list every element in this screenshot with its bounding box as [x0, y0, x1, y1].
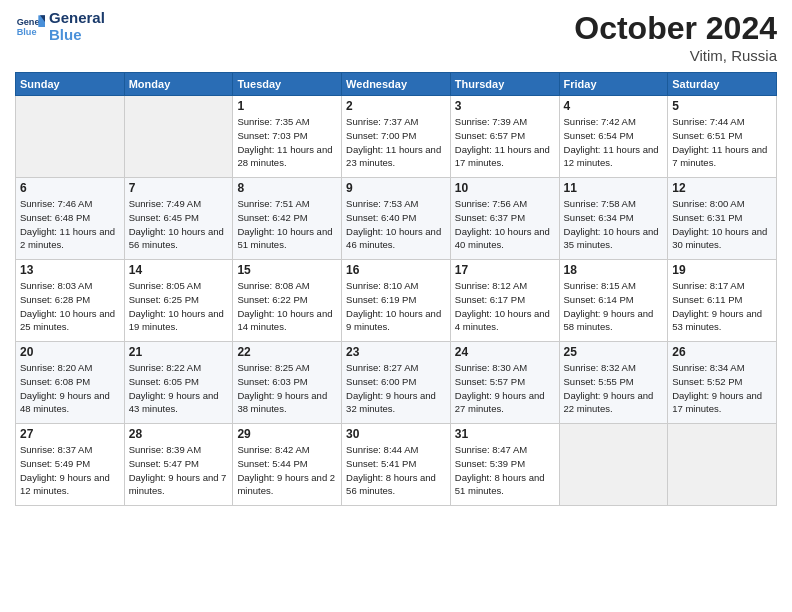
day-number: 10 [455, 181, 555, 195]
day-number: 28 [129, 427, 229, 441]
weekday-header-thursday: Thursday [450, 73, 559, 96]
calendar-day: 5Sunrise: 7:44 AMSunset: 6:51 PMDaylight… [668, 96, 777, 178]
title-block: October 2024 Vitim, Russia [574, 10, 777, 64]
day-info: Sunrise: 7:35 AMSunset: 7:03 PMDaylight:… [237, 115, 337, 170]
day-info: Sunrise: 8:34 AMSunset: 5:52 PMDaylight:… [672, 361, 772, 416]
day-number: 3 [455, 99, 555, 113]
day-info: Sunrise: 7:58 AMSunset: 6:34 PMDaylight:… [564, 197, 664, 252]
day-number: 7 [129, 181, 229, 195]
day-number: 26 [672, 345, 772, 359]
day-info: Sunrise: 8:10 AMSunset: 6:19 PMDaylight:… [346, 279, 446, 334]
day-info: Sunrise: 8:22 AMSunset: 6:05 PMDaylight:… [129, 361, 229, 416]
calendar-day: 14Sunrise: 8:05 AMSunset: 6:25 PMDayligh… [124, 260, 233, 342]
day-info: Sunrise: 7:37 AMSunset: 7:00 PMDaylight:… [346, 115, 446, 170]
calendar-day: 23Sunrise: 8:27 AMSunset: 6:00 PMDayligh… [342, 342, 451, 424]
day-number: 19 [672, 263, 772, 277]
day-info: Sunrise: 8:47 AMSunset: 5:39 PMDaylight:… [455, 443, 555, 498]
day-number: 4 [564, 99, 664, 113]
calendar-week-2: 6Sunrise: 7:46 AMSunset: 6:48 PMDaylight… [16, 178, 777, 260]
calendar-day: 20Sunrise: 8:20 AMSunset: 6:08 PMDayligh… [16, 342, 125, 424]
location-subtitle: Vitim, Russia [574, 47, 777, 64]
calendar-day [124, 96, 233, 178]
day-info: Sunrise: 8:42 AMSunset: 5:44 PMDaylight:… [237, 443, 337, 498]
day-info: Sunrise: 8:30 AMSunset: 5:57 PMDaylight:… [455, 361, 555, 416]
weekday-header-wednesday: Wednesday [342, 73, 451, 96]
calendar-day: 18Sunrise: 8:15 AMSunset: 6:14 PMDayligh… [559, 260, 668, 342]
day-number: 8 [237, 181, 337, 195]
month-title: October 2024 [574, 10, 777, 47]
day-number: 11 [564, 181, 664, 195]
day-info: Sunrise: 7:46 AMSunset: 6:48 PMDaylight:… [20, 197, 120, 252]
day-number: 9 [346, 181, 446, 195]
calendar-day [668, 424, 777, 506]
weekday-header-friday: Friday [559, 73, 668, 96]
calendar-day: 10Sunrise: 7:56 AMSunset: 6:37 PMDayligh… [450, 178, 559, 260]
logo-icon: General Blue [15, 12, 45, 42]
day-number: 23 [346, 345, 446, 359]
day-number: 2 [346, 99, 446, 113]
day-info: Sunrise: 8:12 AMSunset: 6:17 PMDaylight:… [455, 279, 555, 334]
day-info: Sunrise: 8:39 AMSunset: 5:47 PMDaylight:… [129, 443, 229, 498]
calendar-day: 27Sunrise: 8:37 AMSunset: 5:49 PMDayligh… [16, 424, 125, 506]
day-number: 14 [129, 263, 229, 277]
day-info: Sunrise: 8:32 AMSunset: 5:55 PMDaylight:… [564, 361, 664, 416]
calendar-day: 16Sunrise: 8:10 AMSunset: 6:19 PMDayligh… [342, 260, 451, 342]
calendar-day: 21Sunrise: 8:22 AMSunset: 6:05 PMDayligh… [124, 342, 233, 424]
calendar-day: 6Sunrise: 7:46 AMSunset: 6:48 PMDaylight… [16, 178, 125, 260]
day-info: Sunrise: 8:15 AMSunset: 6:14 PMDaylight:… [564, 279, 664, 334]
day-info: Sunrise: 8:20 AMSunset: 6:08 PMDaylight:… [20, 361, 120, 416]
day-info: Sunrise: 8:37 AMSunset: 5:49 PMDaylight:… [20, 443, 120, 498]
day-number: 27 [20, 427, 120, 441]
weekday-header-row: SundayMondayTuesdayWednesdayThursdayFrid… [16, 73, 777, 96]
day-info: Sunrise: 8:44 AMSunset: 5:41 PMDaylight:… [346, 443, 446, 498]
calendar-week-5: 27Sunrise: 8:37 AMSunset: 5:49 PMDayligh… [16, 424, 777, 506]
day-number: 17 [455, 263, 555, 277]
day-info: Sunrise: 8:17 AMSunset: 6:11 PMDaylight:… [672, 279, 772, 334]
day-info: Sunrise: 7:49 AMSunset: 6:45 PMDaylight:… [129, 197, 229, 252]
day-info: Sunrise: 7:42 AMSunset: 6:54 PMDaylight:… [564, 115, 664, 170]
day-info: Sunrise: 8:00 AMSunset: 6:31 PMDaylight:… [672, 197, 772, 252]
weekday-header-sunday: Sunday [16, 73, 125, 96]
day-number: 16 [346, 263, 446, 277]
day-number: 6 [20, 181, 120, 195]
calendar-day: 22Sunrise: 8:25 AMSunset: 6:03 PMDayligh… [233, 342, 342, 424]
calendar-day [559, 424, 668, 506]
calendar-day: 30Sunrise: 8:44 AMSunset: 5:41 PMDayligh… [342, 424, 451, 506]
calendar-day: 7Sunrise: 7:49 AMSunset: 6:45 PMDaylight… [124, 178, 233, 260]
day-info: Sunrise: 7:44 AMSunset: 6:51 PMDaylight:… [672, 115, 772, 170]
weekday-header-monday: Monday [124, 73, 233, 96]
logo: General Blue General Blue [15, 10, 105, 43]
day-number: 18 [564, 263, 664, 277]
page-header: General Blue General Blue October 2024 V… [15, 10, 777, 64]
calendar-day: 17Sunrise: 8:12 AMSunset: 6:17 PMDayligh… [450, 260, 559, 342]
day-number: 29 [237, 427, 337, 441]
day-number: 12 [672, 181, 772, 195]
day-info: Sunrise: 7:39 AMSunset: 6:57 PMDaylight:… [455, 115, 555, 170]
calendar-week-4: 20Sunrise: 8:20 AMSunset: 6:08 PMDayligh… [16, 342, 777, 424]
day-number: 24 [455, 345, 555, 359]
calendar-day: 19Sunrise: 8:17 AMSunset: 6:11 PMDayligh… [668, 260, 777, 342]
day-number: 30 [346, 427, 446, 441]
calendar-day: 24Sunrise: 8:30 AMSunset: 5:57 PMDayligh… [450, 342, 559, 424]
calendar-day: 3Sunrise: 7:39 AMSunset: 6:57 PMDaylight… [450, 96, 559, 178]
calendar-day: 29Sunrise: 8:42 AMSunset: 5:44 PMDayligh… [233, 424, 342, 506]
day-number: 22 [237, 345, 337, 359]
calendar-day: 4Sunrise: 7:42 AMSunset: 6:54 PMDaylight… [559, 96, 668, 178]
day-info: Sunrise: 8:27 AMSunset: 6:00 PMDaylight:… [346, 361, 446, 416]
day-number: 20 [20, 345, 120, 359]
day-info: Sunrise: 8:05 AMSunset: 6:25 PMDaylight:… [129, 279, 229, 334]
calendar-week-1: 1Sunrise: 7:35 AMSunset: 7:03 PMDaylight… [16, 96, 777, 178]
day-info: Sunrise: 7:51 AMSunset: 6:42 PMDaylight:… [237, 197, 337, 252]
calendar-day: 15Sunrise: 8:08 AMSunset: 6:22 PMDayligh… [233, 260, 342, 342]
day-info: Sunrise: 8:03 AMSunset: 6:28 PMDaylight:… [20, 279, 120, 334]
day-number: 1 [237, 99, 337, 113]
calendar-day: 1Sunrise: 7:35 AMSunset: 7:03 PMDaylight… [233, 96, 342, 178]
day-number: 21 [129, 345, 229, 359]
calendar-day: 31Sunrise: 8:47 AMSunset: 5:39 PMDayligh… [450, 424, 559, 506]
calendar-day: 13Sunrise: 8:03 AMSunset: 6:28 PMDayligh… [16, 260, 125, 342]
calendar-day: 2Sunrise: 7:37 AMSunset: 7:00 PMDaylight… [342, 96, 451, 178]
weekday-header-tuesday: Tuesday [233, 73, 342, 96]
day-number: 25 [564, 345, 664, 359]
day-info: Sunrise: 7:56 AMSunset: 6:37 PMDaylight:… [455, 197, 555, 252]
calendar-day: 25Sunrise: 8:32 AMSunset: 5:55 PMDayligh… [559, 342, 668, 424]
